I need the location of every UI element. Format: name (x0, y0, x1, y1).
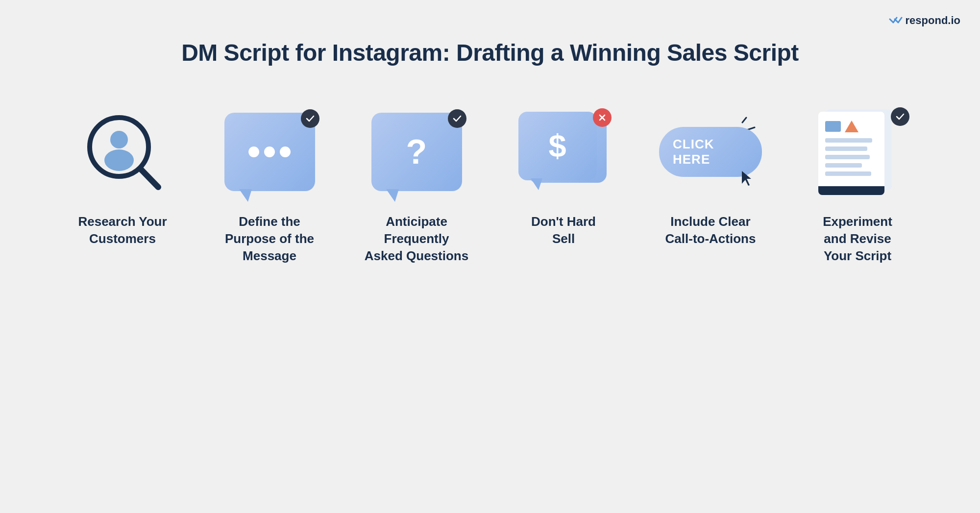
svg-point-3 (104, 149, 134, 171)
icon-area-research (69, 105, 176, 198)
svg-line-6 (742, 118, 746, 122)
doc-rect (825, 121, 841, 132)
doc-page-front (818, 112, 884, 193)
badge-x-dont-sell (593, 108, 612, 127)
logo-icon (889, 14, 903, 27)
icon-area-experiment (804, 105, 911, 198)
dollar-bubble-front: $ (518, 112, 597, 180)
dot-3 (280, 147, 291, 157)
card-dont-sell: $ Don't Hard Sell (497, 105, 630, 247)
card-label-research: Research Your Customers (78, 213, 167, 247)
doc-tri (845, 121, 858, 132)
dot-1 (248, 147, 259, 157)
dollar-sign: $ (548, 127, 566, 164)
doc-line-5 (825, 171, 871, 176)
card-anticipate: ? Anticipate Frequently Asked Questions (350, 105, 483, 265)
doc-line-3 (825, 155, 870, 159)
svg-point-2 (110, 131, 128, 148)
card-cta: CLICK HERE Include ClearCall-to-Actions (644, 105, 777, 247)
doc-shapes (825, 121, 878, 132)
cursor-icon (740, 170, 754, 187)
card-label-cta: Include ClearCall-to-Actions (665, 213, 756, 247)
doc-line-1 (825, 138, 872, 143)
magnify-icon (81, 110, 164, 194)
card-define: Define the Purpose of the Message (203, 105, 336, 265)
card-experiment: Experiment and Revise Your Script (791, 105, 924, 265)
dot-2 (264, 147, 275, 157)
badge-check-anticipate (448, 109, 466, 128)
icon-area-anticipate: ? (363, 105, 470, 198)
logo: respond.io (889, 14, 960, 27)
card-label-define: Define the Purpose of the Message (225, 213, 314, 265)
click-here-area: CLICK HERE (659, 110, 762, 194)
speech-bubble-question-icon: ? (371, 113, 462, 191)
click-here-button[interactable]: CLICK HERE (659, 127, 762, 177)
icon-area-define (216, 105, 323, 198)
dots-container (248, 147, 291, 157)
cards-container: Research Your Customers Define the Purpo… (37, 105, 943, 265)
svg-marker-9 (742, 171, 751, 186)
logo-text: respond.io (906, 14, 960, 27)
doc-line-4 (825, 163, 862, 168)
icon-area-cta: CLICK HERE (657, 105, 764, 198)
doc-line-2 (825, 147, 867, 151)
card-research: Research Your Customers (56, 105, 189, 247)
icon-area-dont-sell: $ (510, 105, 617, 198)
badge-check-define (301, 109, 319, 128)
svg-line-1 (141, 169, 158, 187)
question-mark: ? (406, 132, 427, 171)
doc-bottom-bar (818, 186, 884, 195)
document-icon (816, 109, 899, 195)
badge-check-experiment (891, 107, 909, 126)
page-title: DM Script for Instagram: Drafting a Winn… (181, 39, 799, 66)
card-label-anticipate: Anticipate Frequently Asked Questions (365, 213, 468, 265)
speech-bubble-dots-icon (224, 113, 315, 191)
card-label-dont-sell: Don't Hard Sell (531, 213, 596, 247)
card-label-experiment: Experiment and Revise Your Script (823, 213, 892, 265)
